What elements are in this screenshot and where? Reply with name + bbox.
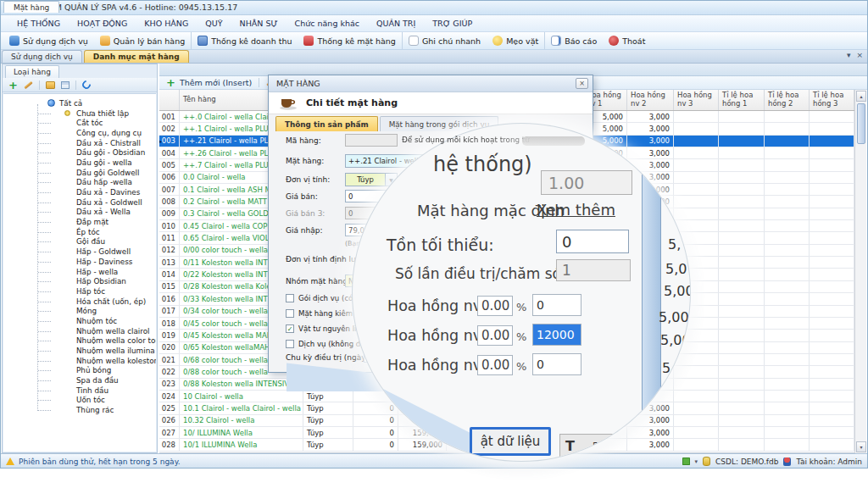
tree-item[interactable]: Uốn tóc <box>3 396 156 406</box>
xem-them-link[interactable]: Xem thêm <box>537 201 615 219</box>
tree-item[interactable]: Móng <box>3 306 156 316</box>
magnified-ton-toi-thieu-input[interactable]: 0 <box>556 230 629 253</box>
magnified-hoa-hong-1-pct[interactable]: 0.00 <box>477 296 513 316</box>
tree-item[interactable]: Dầu gội Goldwell <box>3 168 156 178</box>
tree-item[interactable]: Đắp mặt <box>3 217 156 227</box>
magnified-hoa-hong-1-value[interactable]: 0 <box>532 294 581 316</box>
magnified-hoa-hong-2-value[interactable]: 12000 <box>532 324 581 346</box>
magnified-hoa-hong-2-pct[interactable]: 0.00 <box>477 325 513 346</box>
tree-item[interactable]: Hóa chất (uốn, ép) <box>3 297 156 307</box>
magnified-hoa-hong-3-pct[interactable]: 0.00 <box>477 355 513 375</box>
cell-hoa-hong-nv3 <box>674 391 719 402</box>
toolbar-button[interactable]: Thống kê mặt hàng <box>298 32 401 49</box>
archive-icon[interactable] <box>46 81 55 89</box>
cell-ti-le-1 <box>719 427 765 438</box>
tree-item[interactable]: Nhuộm wella koleston <box>3 356 156 366</box>
scroll-down-icon[interactable]: ▾ <box>856 441 866 452</box>
tree-item[interactable]: Nhuộm wella ilumina <box>3 346 156 356</box>
menu-item[interactable]: HỆ THỐNG <box>8 19 69 28</box>
grid-view-icon[interactable] <box>61 81 70 89</box>
checkbox-icon[interactable] <box>286 294 294 302</box>
header-hoa-hong-nv2[interactable]: Hoa hồng nv 2 <box>627 90 674 110</box>
header-ti-le-3[interactable]: Tỉ lệ hoa hồng 3 <box>810 90 854 110</box>
cell-ti-le-2 <box>765 281 810 292</box>
cell-hoa-hong-nv3 <box>674 111 719 122</box>
toolbar-button[interactable]: Quản lý bán hàng <box>94 32 191 49</box>
tree-item[interactable]: Dầu xả - Goldwell <box>3 197 156 208</box>
toolbar-button[interactable]: Báo cáo <box>544 32 603 49</box>
tree-item[interactable]: Chưa thiết lập <box>3 108 156 119</box>
header-ti-le-2[interactable]: Tỉ lệ hoa hồng 2 <box>765 90 810 110</box>
tree-item[interactable]: Dầu xả - Chistrall <box>3 138 156 148</box>
title-bar[interactable]: PHẦN MỀM QUẢN LÝ SPA v4.6 - Hotline: 094… <box>0 0 868 15</box>
menu-item[interactable]: Chức năng khác <box>287 19 368 28</box>
network-icon[interactable] <box>682 458 690 465</box>
toolbar-button[interactable]: Thống kê doanh thu <box>191 32 298 49</box>
table-scrollbar[interactable]: ▴ ▾ <box>854 90 866 453</box>
magnified-so-lan-input[interactable]: 1 <box>556 259 631 281</box>
tree-item[interactable]: Nhuộm wella color touch <box>3 336 156 347</box>
tree-item[interactable]: Hấp - Goldwell <box>3 247 156 257</box>
refresh-icon[interactable] <box>81 79 92 91</box>
cell-ti-le-1 <box>719 184 765 195</box>
dialog-close-button[interactable]: × <box>576 78 588 89</box>
magnified-update-button-fragment[interactable]: ật dữ liệu <box>470 427 551 456</box>
tree-item[interactable]: Dầu gội - Obsidian <box>3 147 156 158</box>
dialog-title-bar[interactable]: MẶT HÀNG <box>269 75 593 92</box>
tree-item[interactable]: Gội đầu <box>3 237 156 247</box>
tab-loai-hang[interactable]: Loại hàng <box>5 65 59 78</box>
tree-item[interactable]: Tất cả <box>3 98 156 108</box>
magnified-hoa-hong-3-value[interactable]: 0 <box>532 353 581 375</box>
tree-item[interactable]: Thùng rác <box>3 405 156 415</box>
toolbar-button[interactable]: Ghi chú nhanh <box>402 32 487 49</box>
add-product-button[interactable]: Thêm mới (Insert) <box>180 78 252 87</box>
add-category-icon[interactable]: + <box>8 80 18 90</box>
tree-item[interactable]: Dầu xả - Wella <box>3 208 156 218</box>
input-ma-hang[interactable] <box>345 134 398 147</box>
toolbar-button[interactable]: Mẹo vặt <box>487 32 544 49</box>
tree-item[interactable]: Hấp tóc <box>3 286 156 297</box>
tree-item[interactable]: Công cụ, dụng cụ <box>3 128 156 138</box>
cell-gia-ban: 0 <box>353 427 398 438</box>
tree-item[interactable]: Nhuộm tóc <box>3 316 156 326</box>
tree-item[interactable]: Ép tóc <box>3 227 156 237</box>
tree-item[interactable]: Hấp - Daviness <box>3 257 156 267</box>
tree-item[interactable]: Phủ bóng <box>3 366 156 376</box>
tree-item[interactable]: Dầu gội - wella <box>3 158 156 168</box>
checkbox-icon[interactable]: ✓ <box>286 324 294 333</box>
menu-item[interactable]: QUẢN TRỊ <box>368 19 424 28</box>
header-hoa-hong-nv3[interactable]: Hoa hồng nv 3 <box>674 90 719 110</box>
menu-item[interactable]: QUỸ <box>197 19 231 28</box>
menu-item[interactable]: KHO HÀNG <box>136 19 197 28</box>
caret-down-icon[interactable]: ▾ <box>695 458 698 465</box>
toolbar-button[interactable]: Sử dụng dịch vụ <box>3 32 94 49</box>
edit-category-icon[interactable] <box>24 80 32 88</box>
document-tab[interactable]: Danh mục mặt hàng <box>84 50 189 63</box>
tab-mat-hang[interactable]: Mặt hàng <box>3 1 59 13</box>
tree-item[interactable]: Cắt tóc <box>3 118 156 128</box>
scroll-up-icon[interactable]: ▴ <box>856 91 866 102</box>
checkbox-icon[interactable] <box>286 340 294 348</box>
toolbar-button[interactable]: Thoát <box>603 32 651 49</box>
header-ti-le-1[interactable]: Tỉ lệ hoa hồng 1 <box>719 90 765 110</box>
menu-item[interactable]: NHÂN SỰ <box>231 19 287 28</box>
scroll-thumb[interactable] <box>857 103 865 144</box>
pin-icon[interactable]: ▾ <box>847 51 851 59</box>
menu-item[interactable]: TRỢ GIÚP <box>424 19 481 28</box>
tree-item[interactable]: Hấp Obsidian <box>3 276 156 286</box>
tree-item[interactable]: Dầu xả - Davines <box>3 187 156 197</box>
magnified-qty-input[interactable]: 1.00 <box>541 170 632 195</box>
tree-item[interactable]: Nhuộm wella clairol <box>3 326 156 336</box>
close-tab-icon[interactable]: × <box>856 51 863 59</box>
cell-ti-le-1 <box>719 111 765 122</box>
tree-item-label: Dầu xả - Wella <box>76 208 131 216</box>
row-number: 007 <box>162 186 175 194</box>
checkbox-icon[interactable] <box>286 309 294 318</box>
tree-item[interactable]: Hấp - wella <box>3 267 156 277</box>
tree-item[interactable]: Spa da đầu <box>3 375 156 385</box>
document-tab[interactable]: Sử dụng dịch vụ <box>2 50 82 63</box>
menu-item[interactable]: HOẠT ĐỘNG <box>69 19 136 28</box>
tree-item[interactable]: Tinh dầu <box>3 385 156 396</box>
tree-item[interactable]: Dầu hấp -wella <box>3 178 156 188</box>
dialog-tab[interactable]: Thông tin sản phẩm <box>275 116 378 131</box>
